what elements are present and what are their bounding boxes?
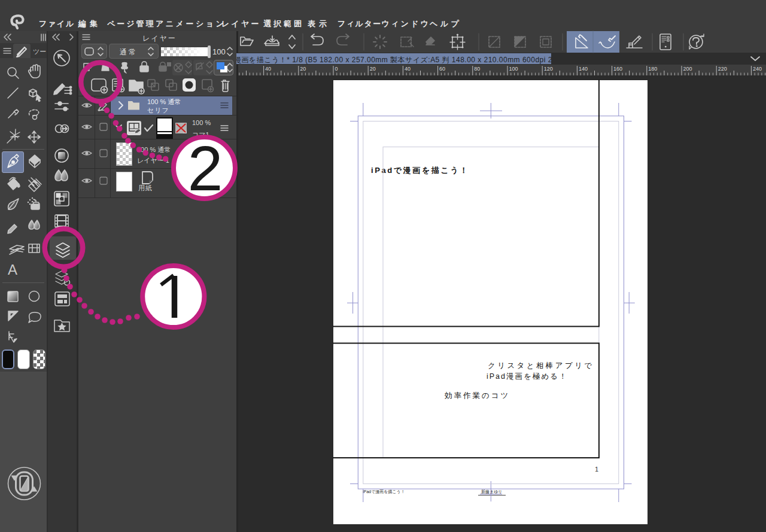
svg-text:2: 2 — [188, 133, 223, 203]
